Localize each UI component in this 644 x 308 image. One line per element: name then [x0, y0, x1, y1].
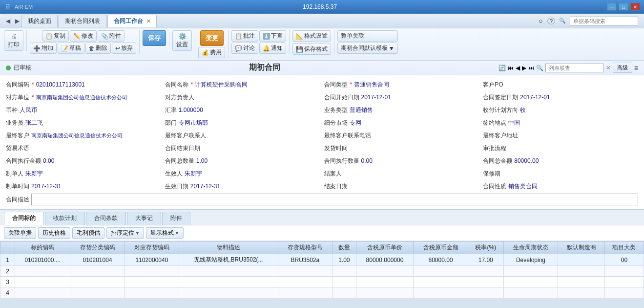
discuss-button[interactable]: 💬 讨论: [231, 43, 258, 54]
list-search-input[interactable]: [545, 64, 604, 72]
cell-qty[interactable]: 1.00: [332, 254, 356, 266]
tab-contract-terms[interactable]: 合同条款: [86, 212, 126, 225]
cell-qty[interactable]: [332, 277, 356, 287]
cell-desc[interactable]: [179, 266, 278, 277]
cancel-button[interactable]: ↩ 放弃: [112, 43, 136, 54]
cell-lifecycle[interactable]: Developing: [503, 254, 558, 266]
cell-desc[interactable]: [179, 277, 278, 287]
clear-search-icon[interactable]: ✕: [606, 65, 611, 71]
barcode-search-input[interactable]: [570, 17, 638, 25]
cell-desc[interactable]: 无线基站整机,BRU3502(...: [179, 254, 278, 266]
notify-button[interactable]: 🔔 通知: [259, 43, 286, 54]
copy-button[interactable]: 📋 复制: [42, 30, 69, 42]
cell-spec[interactable]: [278, 277, 332, 287]
cell-amount[interactable]: [414, 266, 468, 277]
cell-manufacturer[interactable]: [558, 277, 605, 287]
cell-proj-cat[interactable]: [604, 277, 644, 287]
tab-contract-workspace[interactable]: 合同工作台 ✕: [107, 15, 157, 27]
nav-forward-icon[interactable]: ▶: [13, 17, 21, 25]
cell-biaodi-code[interactable]: [15, 277, 70, 287]
cell-inventory-cat[interactable]: [70, 277, 125, 287]
tab-payment-plan[interactable]: 收款计划: [45, 212, 85, 225]
refresh-icon[interactable]: 🔄: [499, 65, 506, 71]
help-icon[interactable]: ?: [547, 18, 555, 24]
draft-button[interactable]: 📝 草稿: [58, 43, 84, 54]
cell-unit-price[interactable]: 80000.000000: [356, 254, 414, 266]
cell-spec[interactable]: BRU3502a: [278, 254, 332, 266]
change-button[interactable]: 变更: [200, 30, 224, 46]
nav-back-icon[interactable]: ◀: [4, 17, 12, 25]
cell-qty[interactable]: [332, 287, 356, 298]
cell-lifecycle[interactable]: [503, 266, 558, 277]
cell-tax-rate[interactable]: [468, 277, 503, 287]
minimize-button[interactable]: ─: [607, 3, 617, 11]
cell-proj-cat[interactable]: 00: [604, 254, 644, 266]
cell-spec[interactable]: [278, 287, 332, 298]
cell-unit-price[interactable]: [356, 266, 414, 277]
cell-unit-price[interactable]: [356, 277, 414, 287]
attach-button[interactable]: 📎 附件: [98, 30, 125, 42]
table-row[interactable]: 2: [0, 266, 644, 277]
close-button[interactable]: ✕: [630, 3, 640, 11]
first-icon[interactable]: ⏮: [508, 65, 514, 71]
last-icon[interactable]: ⏭: [528, 65, 534, 71]
cell-unit-price[interactable]: [356, 287, 414, 298]
cell-manufacturer[interactable]: [558, 254, 605, 266]
cell-manufacturer[interactable]: [558, 287, 605, 298]
cell-tax-rate[interactable]: 17.00: [468, 254, 503, 266]
gross-profit-button[interactable]: 毛利预估: [72, 227, 104, 239]
check-button[interactable]: ⬇️ 下查: [259, 30, 286, 42]
cell-row-num[interactable]: 4: [0, 287, 15, 298]
save-button[interactable]: 保存: [143, 30, 166, 46]
cell-inv-code[interactable]: [125, 277, 179, 287]
related-query-button[interactable]: 关联单据: [4, 227, 36, 239]
sort-locate-button[interactable]: 排序定位 ▼: [106, 227, 144, 239]
display-format-button[interactable]: 显示格式 ▼: [146, 227, 184, 239]
save-format-button[interactable]: 💾 保存格式: [292, 44, 331, 55]
cell-inv-code[interactable]: [125, 266, 179, 277]
cell-lifecycle[interactable]: [503, 277, 558, 287]
print-button[interactable]: 🖨 打印: [4, 30, 23, 51]
history-price-button[interactable]: 历史价格: [38, 227, 70, 239]
next-icon[interactable]: ▶: [522, 65, 526, 71]
tab-close-icon[interactable]: ✕: [146, 19, 150, 24]
batch-button[interactable]: 📋 批注: [231, 30, 258, 42]
advanced-search-button[interactable]: 高级: [613, 63, 632, 73]
restore-button[interactable]: □: [619, 3, 628, 11]
table-row[interactable]: 4: [0, 287, 644, 298]
settings-button[interactable]: ⚙️ 设置: [172, 30, 192, 51]
tab-contract-list[interactable]: 期初合同列表: [59, 15, 106, 27]
cell-lifecycle[interactable]: [503, 287, 558, 298]
format-settings-button[interactable]: 📐 格式设置: [292, 30, 331, 42]
cell-inventory-cat[interactable]: 010201004: [70, 254, 125, 266]
cell-row-num[interactable]: 1: [0, 254, 15, 266]
cell-tax-rate[interactable]: [468, 266, 503, 277]
tab-desktop[interactable]: 我的桌面: [21, 15, 58, 27]
prev-icon[interactable]: ◀: [516, 65, 520, 71]
cell-biaodi-code[interactable]: [15, 266, 70, 277]
cell-row-num[interactable]: 3: [0, 277, 15, 287]
tab-attachments[interactable]: 附件: [162, 212, 190, 225]
cell-manufacturer[interactable]: [558, 266, 605, 277]
tab-milestones[interactable]: 大事记: [127, 212, 161, 225]
table-row[interactable]: 1010201000....0102010041102000040无线基站整机,…: [0, 254, 644, 266]
default-template-button[interactable]: 期初合同默认模板 ▼: [337, 43, 398, 54]
desc-input[interactable]: [31, 194, 638, 205]
cell-amount[interactable]: [414, 277, 468, 287]
delete-button[interactable]: 🗑 删除: [85, 43, 111, 54]
cell-inv-code[interactable]: 1102000040: [125, 254, 179, 266]
cell-amount[interactable]: [414, 287, 468, 298]
column-icon[interactable]: ≡: [634, 64, 638, 72]
cell-qty[interactable]: [332, 266, 356, 277]
add-button[interactable]: ➕ 增加: [30, 43, 57, 54]
whole-link-button[interactable]: 整单关联: [337, 30, 398, 42]
cell-inventory-cat[interactable]: [70, 287, 125, 298]
cell-row-num[interactable]: 2: [0, 266, 15, 277]
cell-tax-rate[interactable]: [468, 287, 503, 298]
cell-proj-cat[interactable]: [604, 287, 644, 298]
cell-proj-cat[interactable]: [604, 266, 644, 277]
cell-spec[interactable]: [278, 266, 332, 277]
fee-button[interactable]: 💰 费用: [198, 47, 225, 58]
table-row[interactable]: 3: [0, 277, 644, 287]
cell-desc[interactable]: [179, 287, 278, 298]
